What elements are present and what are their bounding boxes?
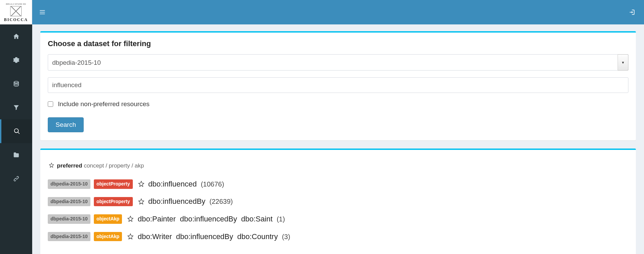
dataset-badge: dbpedia-2015-10	[48, 214, 90, 224]
sidebar-item-cogs[interactable]	[0, 48, 32, 72]
term: dbo:Painter	[138, 215, 176, 223]
kind-badge: objectAkp	[94, 232, 122, 241]
results-legend: preferred concept / property / akp	[48, 162, 628, 169]
sidebar	[0, 24, 32, 254]
kind-badge: objectAkp	[94, 214, 122, 224]
result-link[interactable]: dbo:influenced(10676)	[148, 180, 224, 189]
star-outline-icon	[127, 215, 134, 222]
term: dbo:Country	[237, 232, 278, 241]
result-row: dbpedia-2015-10objectPropertydbo:influen…	[48, 179, 628, 189]
favourite-star-button[interactable]	[127, 215, 134, 223]
logout-icon	[629, 9, 636, 16]
term: dbo:influenced	[148, 180, 197, 189]
term: dbo:influencedBy	[148, 197, 206, 206]
result-link[interactable]: dbo:Writerdbo:influencedBydbo:Country(3)	[138, 232, 290, 241]
dataset-select[interactable]: dbpedia-2015-10	[48, 54, 628, 71]
home-icon	[13, 33, 20, 40]
result-link[interactable]: dbo:Painterdbo:influencedBydbo:Saint(1)	[138, 215, 285, 223]
kind-badge: objectProperty	[94, 197, 133, 207]
logo-content: DEGLI STUDI DI BICOCCA	[2, 2, 29, 22]
result-count: (10676)	[201, 180, 224, 188]
star-outline-icon	[48, 162, 56, 169]
term: dbo:Writer	[138, 232, 172, 241]
filter-panel-title: Choose a dataset for filtering	[48, 39, 628, 48]
star-outline-icon	[138, 198, 145, 205]
legend-bold: preferred	[57, 162, 82, 169]
sidebar-item-home[interactable]	[0, 24, 32, 48]
star-outline-icon	[138, 180, 145, 188]
include-nonpreferred-checkbox[interactable]	[48, 101, 53, 107]
sidebar-item-filter[interactable]	[0, 96, 32, 119]
db-icon	[13, 80, 20, 87]
term: dbo:influencedBy	[176, 232, 233, 241]
dataset-select-wrap: dbpedia-2015-10 ▼	[48, 54, 628, 71]
search-icon	[14, 128, 20, 135]
star-outline-icon	[127, 233, 134, 240]
dataset-badge: dbpedia-2015-10	[48, 179, 90, 189]
top-bar: DEGLI STUDI DI BICOCCA	[0, 0, 644, 24]
result-count: (3)	[282, 233, 290, 241]
search-query-input[interactable]	[48, 77, 628, 93]
folder-icon	[13, 152, 20, 158]
dataset-badge: dbpedia-2015-10	[48, 197, 90, 207]
sidebar-item-db[interactable]	[0, 72, 32, 96]
logo-bottom-text: BICOCCA	[4, 18, 28, 22]
term: dbo:influencedBy	[180, 215, 237, 223]
logo-crest-icon	[10, 6, 22, 16]
favourite-star-button[interactable]	[127, 233, 134, 240]
university-logo: DEGLI STUDI DI BICOCCA	[0, 0, 32, 24]
link-icon	[13, 175, 20, 182]
cogs-icon	[13, 57, 20, 63]
logout-button[interactable]	[621, 0, 644, 24]
results-panel: preferred concept / property / akp dbped…	[40, 149, 636, 254]
sidebar-item-link[interactable]	[0, 167, 32, 191]
dataset-badge: dbpedia-2015-10	[48, 232, 90, 241]
bars-icon	[39, 9, 46, 16]
result-count: (22639)	[209, 198, 233, 206]
filter-panel: Choose a dataset for filtering dbpedia-2…	[40, 31, 636, 140]
result-row: dbpedia-2015-10objectPropertydbo:influen…	[48, 197, 628, 207]
filter-icon	[13, 104, 20, 111]
favourite-star-button[interactable]	[138, 198, 145, 206]
favourite-star-button[interactable]	[138, 180, 145, 188]
include-nonpreferred-row[interactable]: Include non-preferred resources	[48, 100, 628, 108]
main-content: Choose a dataset for filtering dbpedia-2…	[32, 24, 644, 254]
result-count: (1)	[277, 215, 285, 223]
kind-badge: objectProperty	[94, 179, 133, 189]
result-link[interactable]: dbo:influencedBy(22639)	[148, 197, 233, 206]
term: dbo:Saint	[241, 215, 273, 223]
search-button[interactable]: Search	[48, 117, 84, 132]
result-row: dbpedia-2015-10objectAkpdbo:Writerdbo:in…	[48, 232, 628, 241]
sidebar-item-search[interactable]	[0, 119, 32, 143]
include-nonpreferred-label: Include non-preferred resources	[58, 100, 149, 108]
hamburger-button[interactable]	[32, 0, 53, 24]
legend-rest: concept / property / akp	[82, 162, 144, 169]
result-row: dbpedia-2015-10objectAkpdbo:Painterdbo:i…	[48, 214, 628, 224]
logo-top-text: DEGLI STUDI DI	[6, 3, 26, 5]
sidebar-item-folder[interactable]	[0, 143, 32, 167]
